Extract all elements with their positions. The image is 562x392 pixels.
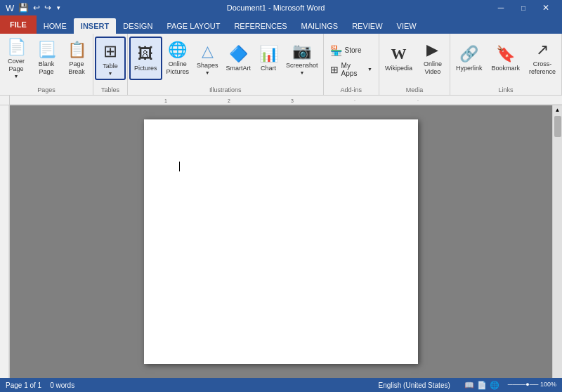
title-bar-text: Document1 - Microsoft Word — [227, 4, 325, 12]
my-apps-icon: ⊞ — [330, 64, 339, 75]
ribbon-group-tables: ⊞ Table ▼ Tables — [93, 34, 128, 95]
chart-icon: 📊 — [259, 45, 278, 63]
wikipedia-label: Wikipedia — [385, 65, 412, 72]
quick-access-dropdown[interactable]: ▼ — [55, 5, 61, 11]
status-bar: Page 1 of 1 0 words English (United Stat… — [0, 378, 562, 392]
pictures-btn[interactable]: 🖼 Pictures — [129, 37, 162, 80]
screenshot-dropdown: ▼ — [299, 70, 304, 75]
online-video-btn[interactable]: ▶ OnlineVideo — [417, 37, 448, 80]
page-break-icon: 📋 — [67, 41, 86, 59]
ribbon-group-media: W Wikipedia ▶ OnlineVideo Media — [379, 34, 450, 95]
status-view-print[interactable]: 📄 — [477, 381, 487, 390]
page-break-btn[interactable]: 📋 PageBreak — [62, 37, 91, 80]
hyperlink-icon: 🔗 — [459, 45, 478, 63]
tab-home[interactable]: HOME — [37, 18, 74, 34]
table-btn[interactable]: ⊞ Table ▼ — [95, 37, 126, 80]
tab-file[interactable]: FILE — [0, 15, 37, 34]
screenshot-icon: 📷 — [292, 42, 311, 60]
blank-page-btn[interactable]: 📃 BlankPage — [32, 37, 61, 80]
store-btn[interactable]: 🏪 Store — [327, 43, 376, 58]
pictures-label: Pictures — [134, 65, 157, 72]
bookmark-icon: 🔖 — [496, 45, 515, 63]
shapes-dropdown: ▼ — [205, 70, 210, 75]
chart-btn[interactable]: 📊 Chart — [255, 37, 282, 80]
maximize-btn[interactable]: □ — [513, 1, 534, 14]
blank-page-icon: 📃 — [37, 41, 56, 59]
smartart-icon: 🔷 — [229, 45, 248, 63]
status-view-web[interactable]: 🌐 — [490, 381, 499, 390]
ruler-horizontal: 1 2 3 · · — [10, 96, 562, 105]
my-apps-dropdown: ▼ — [367, 67, 372, 72]
cover-page-btn[interactable]: 📄 CoverPage ▼ — [1, 37, 31, 80]
tab-review[interactable]: REVIEW — [345, 18, 389, 34]
tab-mailings[interactable]: MAILINGS — [294, 18, 346, 34]
svg-text:3: 3 — [291, 98, 294, 103]
tab-insert[interactable]: INSERT — [74, 18, 116, 34]
quick-save[interactable]: 💾 — [18, 3, 29, 13]
status-view-read[interactable]: 📖 — [464, 381, 474, 390]
online-pictures-label: OnlinePictures — [166, 60, 190, 76]
table-icon: ⊞ — [103, 41, 117, 61]
pages-group-label: Pages — [1, 86, 91, 95]
hyperlink-label: Hyperlink — [456, 65, 483, 72]
close-btn[interactable]: ✕ — [535, 1, 556, 14]
tab-page-layout[interactable]: PAGE LAYOUT — [159, 18, 227, 34]
page-info: Page 1 of 1 — [6, 381, 41, 389]
store-icon: 🏪 — [330, 45, 342, 56]
bookmark-btn[interactable]: 🔖 Bookmark — [487, 37, 524, 80]
store-label: Store — [345, 46, 362, 54]
wikipedia-btn[interactable]: W Wikipedia — [381, 37, 417, 80]
svg-text:2: 2 — [228, 98, 230, 103]
cover-page-label: CoverPage — [8, 58, 25, 73]
smartart-label: SmartArt — [226, 65, 251, 72]
ribbon-group-links: 🔗 Hyperlink 🔖 Bookmark ↗ Cross-reference… — [450, 34, 562, 95]
tab-view[interactable]: VIEW — [390, 18, 424, 34]
cross-reference-icon: ↗ — [536, 41, 549, 59]
shapes-label: Shapes — [197, 62, 218, 69]
tab-references[interactable]: REFERENCES — [227, 18, 294, 34]
blank-page-label: BlankPage — [39, 60, 55, 76]
tab-design[interactable]: DESIGN — [116, 18, 159, 34]
bookmark-label: Bookmark — [491, 65, 520, 72]
page-break-label: PageBreak — [68, 60, 85, 76]
table-label: Table — [103, 63, 118, 70]
text-cursor — [179, 162, 180, 171]
cover-page-dropdown: ▼ — [14, 74, 19, 79]
zoom-slider[interactable]: ────●── 100% — [508, 381, 556, 390]
my-apps-btn[interactable]: ⊞ My Apps ▼ — [327, 60, 376, 79]
my-apps-label: My Apps — [341, 62, 365, 77]
ruler-vertical — [0, 105, 10, 378]
links-group-label: Links — [452, 86, 560, 95]
scroll-thumb[interactable] — [554, 116, 561, 137]
cross-reference-btn[interactable]: ↗ Cross-reference — [525, 37, 560, 80]
chart-label: Chart — [261, 65, 276, 72]
language: English (United States) — [379, 381, 450, 389]
tables-group-label: Tables — [95, 86, 126, 95]
wikipedia-icon: W — [391, 45, 406, 63]
pictures-icon: 🖼 — [138, 45, 153, 63]
cover-page-icon: 📄 — [7, 38, 26, 56]
cross-reference-label: Cross-reference — [529, 60, 556, 76]
svg-text:·: · — [354, 98, 355, 103]
page[interactable] — [144, 119, 418, 364]
vertical-scrollbar[interactable]: ▲ — [552, 105, 562, 378]
illustrations-group-label: Illustrations — [129, 86, 322, 95]
ribbon-group-illustrations: 🖼 Pictures 🌐 OnlinePictures △ Shapes ▼ 🔷… — [128, 34, 324, 95]
word-count: 0 words — [50, 381, 74, 389]
ribbon-group-add-ins: 🏪 Store ⊞ My Apps ▼ Add-ins — [324, 34, 379, 95]
minimize-btn[interactable]: ─ — [490, 1, 511, 14]
document-canvas — [10, 105, 552, 378]
app-icon: W — [6, 3, 14, 13]
shapes-btn[interactable]: △ Shapes ▼ — [193, 37, 222, 80]
online-pictures-icon: 🌐 — [168, 41, 187, 59]
smartart-btn[interactable]: 🔷 SmartArt — [223, 37, 255, 80]
add-ins-group-label: Add-ins — [327, 86, 376, 95]
screenshot-btn[interactable]: 📷 Screenshot ▼ — [282, 37, 322, 80]
quick-redo[interactable]: ↪ — [44, 3, 51, 13]
scroll-up-btn[interactable]: ▲ — [554, 105, 562, 115]
ribbon-group-pages: 📄 CoverPage ▼ 📃 BlankPage 📋 PageBreak Pa… — [0, 34, 93, 95]
hyperlink-btn[interactable]: 🔗 Hyperlink — [452, 37, 487, 80]
quick-undo[interactable]: ↩ — [33, 3, 40, 13]
online-pictures-btn[interactable]: 🌐 OnlinePictures — [163, 37, 193, 80]
shapes-icon: △ — [202, 42, 214, 60]
